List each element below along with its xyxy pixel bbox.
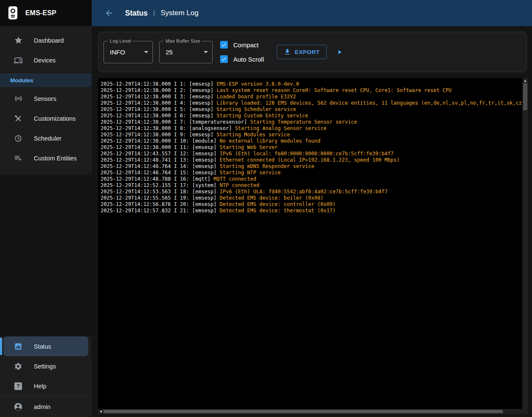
log-line: 2025-12-29T14:12:48.764 I 14: [emsesp] S… bbox=[101, 163, 521, 170]
compact-label: Compact bbox=[233, 41, 259, 49]
log-sequence: I 20: bbox=[174, 201, 192, 207]
sidebar-item-help[interactable]: ? Help bbox=[0, 376, 92, 396]
log-source: [module] bbox=[192, 138, 220, 144]
tools-icon bbox=[13, 114, 23, 124]
log-message: Starting mDNS Responder service bbox=[220, 163, 314, 169]
sidebar-item-devices[interactable]: Devices bbox=[0, 50, 92, 70]
sidebar-item-scheduler[interactable]: Scheduler bbox=[0, 128, 92, 148]
log-message: Starting Temperature Sensor service bbox=[250, 119, 357, 125]
horizontal-scrollbar[interactable] bbox=[98, 409, 522, 414]
log-timestamp: 2025-12-29T14:12:38.000 bbox=[101, 119, 174, 125]
sidebar-item-custom-entities[interactable]: Custom Entities bbox=[0, 148, 92, 168]
scrollbar-corner bbox=[522, 409, 528, 414]
log-line: 2025-12-29T14:12:38.000 I 7: [temperatur… bbox=[101, 119, 521, 125]
sidebar-item-settings[interactable]: Settings bbox=[0, 356, 92, 376]
log-controls-panel: Log Level INFO Max Buffer Size 25 Compac… bbox=[98, 32, 527, 72]
log-source: [emsesp] bbox=[189, 94, 217, 100]
auto-scroll-label: Auto Scroll bbox=[233, 56, 264, 63]
log-line: 2025-12-29T14:12:38.000 I 10: [module] N… bbox=[101, 138, 521, 144]
log-source: [emsesp] bbox=[189, 100, 217, 106]
sidebar-item-label: Status bbox=[34, 343, 51, 350]
log-message: Starting Web Server bbox=[220, 144, 278, 150]
log-source: [temperaturesensor] bbox=[189, 119, 251, 125]
log-timestamp: 2025-12-29T14:12:38.000 bbox=[101, 100, 174, 106]
auto-scroll-checkbox[interactable]: Auto Scroll bbox=[220, 55, 264, 63]
log-sequence: I 13: bbox=[174, 157, 192, 163]
arrow-left-icon bbox=[104, 8, 114, 18]
log-panel: 2025-12-29T14:12:38.000 I 1: [emsesp] EM… bbox=[98, 78, 528, 414]
log-level-select[interactable]: Log Level INFO bbox=[104, 41, 153, 63]
log-timestamp: 2025-12-29T14:12:38.000 bbox=[101, 113, 174, 119]
sensors-icon bbox=[13, 94, 23, 104]
log-message: Loaded board profile E32V2 bbox=[217, 94, 296, 100]
log-message: Starting Custom Entity service bbox=[217, 113, 308, 119]
sidebar-item-customizations[interactable]: Customizations bbox=[0, 108, 92, 128]
log-message: Detected EMS device: controller (0x09) bbox=[220, 201, 336, 207]
log-line: 2025-12-29T14:12:38.000 I 4: [emsesp] Li… bbox=[101, 100, 521, 106]
sidebar-item-label: Devices bbox=[34, 57, 56, 64]
scroll-up-icon[interactable] bbox=[524, 80, 527, 82]
app-header: EMS-ESP bbox=[0, 0, 92, 26]
log-sequence: I 7: bbox=[174, 119, 189, 125]
log-sequence: I 10: bbox=[174, 138, 192, 144]
log-line: 2025-12-29T14:12:38.000 I 8: [analogsens… bbox=[101, 125, 521, 132]
log-timestamp: 2025-12-29T14:12:38.000 bbox=[101, 106, 174, 112]
log-timestamp: 2025-12-29T14:12:52.155 bbox=[101, 182, 174, 188]
log-timestamp: 2025-12-29T14:12:38.000 bbox=[101, 144, 174, 150]
vertical-scrollbar-thumb[interactable] bbox=[523, 83, 527, 110]
log-sequence: I 1: bbox=[174, 81, 189, 87]
log-timestamp: 2025-12-29T14:12:48.741 bbox=[101, 157, 174, 163]
page-title: Status bbox=[125, 9, 147, 18]
horizontal-scrollbar-thumb[interactable] bbox=[104, 410, 503, 413]
log-message: Detected EMS device: thermostat (0x17) bbox=[220, 208, 336, 214]
log-sequence: I 3: bbox=[174, 94, 189, 100]
log-source: [emsesp] bbox=[192, 208, 220, 214]
sidebar-item-dashboard[interactable]: Dashboard bbox=[0, 30, 92, 50]
sidebar-item-label: Sensors bbox=[34, 95, 56, 102]
log-message: Starting Modules service bbox=[217, 132, 290, 138]
log-source: [emsesp] bbox=[192, 195, 220, 201]
play-button[interactable] bbox=[336, 49, 343, 56]
log-sequence: I 2: bbox=[174, 87, 189, 93]
log-line: 2025-12-29T14:12:38.000 I 2: [emsesp] La… bbox=[101, 87, 521, 94]
log-sequence: I 18: bbox=[174, 189, 192, 195]
back-button[interactable] bbox=[104, 8, 114, 18]
sidebar-item-status[interactable]: Status bbox=[3, 336, 88, 356]
log-message: Library loaded: 128 EMS devices, 562 dev… bbox=[217, 100, 521, 106]
sidebar-item-label: Scheduler bbox=[34, 135, 61, 142]
account-circle-icon bbox=[13, 402, 23, 412]
log-sequence: I 11: bbox=[174, 144, 192, 150]
scroll-left-icon[interactable] bbox=[100, 410, 102, 413]
schedule-icon bbox=[13, 133, 23, 144]
star-icon bbox=[13, 35, 23, 46]
log-timestamp: 2025-12-29T14:12:57.832 bbox=[101, 208, 174, 214]
log-sequence: I 6: bbox=[174, 113, 189, 119]
help-icon: ? bbox=[13, 381, 23, 391]
log-line: 2025-12-29T14:12:38.000 I 6: [emsesp] St… bbox=[101, 113, 521, 119]
vertical-scrollbar[interactable] bbox=[522, 78, 528, 409]
playlist-add-icon bbox=[13, 153, 23, 163]
log-line: 2025-12-29T14:12:38.000 I 1: [emsesp] EM… bbox=[101, 81, 521, 87]
log-line: 2025-12-29T14:12:53.563 I 18: [emsesp] I… bbox=[101, 189, 521, 195]
sidebar-item-sensors[interactable]: Sensors bbox=[0, 89, 92, 108]
log-line: 2025-12-29T14:12:48.764 I 15: [emsesp] S… bbox=[101, 170, 521, 176]
log-line: 2025-12-29T14:12:43.557 I 12: [emsesp] I… bbox=[101, 151, 521, 157]
checkbox-checked-icon bbox=[220, 41, 228, 49]
log-source: [emsesp] bbox=[192, 144, 220, 150]
log-line: 2025-12-29T14:12:48.788 I 16: [mqtt] MQT… bbox=[101, 176, 521, 182]
sidebar-item-label: Help bbox=[34, 383, 46, 390]
log-sequence: I 14: bbox=[174, 163, 192, 169]
log-message: IPv6 (Eth) ULA: fd40:5542:abf6:4a02:ce7b… bbox=[220, 189, 387, 195]
log-timestamp: 2025-12-29T14:12:38.000 bbox=[101, 87, 174, 93]
compact-checkbox[interactable]: Compact bbox=[220, 41, 264, 49]
download-icon bbox=[284, 48, 291, 56]
max-buffer-size-select[interactable]: Max Buffer Size 25 bbox=[159, 41, 213, 63]
sidebar-item-admin[interactable]: admin bbox=[0, 396, 92, 417]
log-output: 2025-12-29T14:12:38.000 I 1: [emsesp] EM… bbox=[101, 81, 521, 408]
log-line: 2025-12-29T14:12:48.741 I 13: [emsesp] E… bbox=[101, 157, 521, 163]
log-timestamp: 2025-12-29T14:12:48.764 bbox=[101, 170, 174, 176]
log-source: [emsesp] bbox=[192, 163, 220, 169]
log-message: No external library modules found bbox=[220, 138, 320, 144]
log-message: Starting NTP service bbox=[220, 170, 281, 176]
export-button[interactable]: EXPORT bbox=[277, 45, 327, 59]
